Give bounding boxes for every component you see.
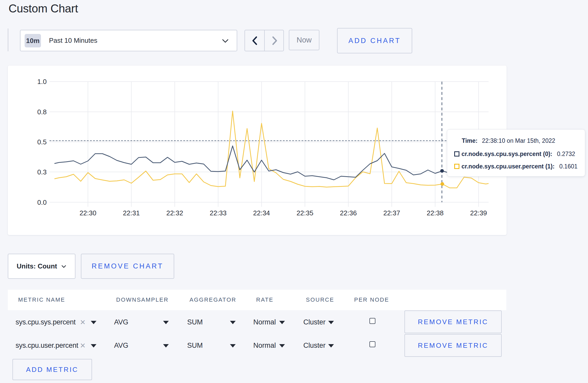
svg-text:22:33: 22:33 — [210, 209, 227, 217]
svg-text:22:37: 22:37 — [383, 209, 400, 217]
svg-text:22:31: 22:31 — [123, 209, 140, 217]
svg-text:22:36: 22:36 — [340, 209, 357, 217]
svg-text:22:32: 22:32 — [166, 209, 183, 217]
svg-text:22:30: 22:30 — [80, 209, 96, 217]
svg-text:22:35: 22:35 — [297, 209, 313, 217]
svg-text:1.0: 1.0 — [37, 78, 47, 86]
svg-text:0.0: 0.0 — [37, 198, 47, 206]
svg-text:22:38: 22:38 — [427, 209, 444, 217]
svg-text:0.3: 0.3 — [37, 168, 47, 176]
svg-text:22:39: 22:39 — [470, 209, 487, 217]
svg-text:0.5: 0.5 — [37, 138, 47, 146]
svg-text:22:34: 22:34 — [253, 209, 270, 217]
svg-text:0.8: 0.8 — [37, 108, 47, 116]
